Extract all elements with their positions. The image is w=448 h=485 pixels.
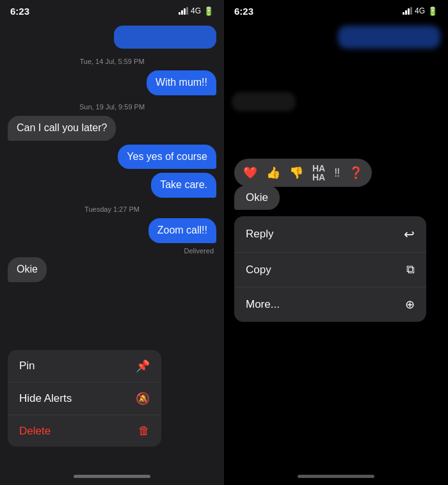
left-status-icons: 4G 🔋 [179, 6, 214, 16]
menu-item-reply[interactable]: Reply ↩ [234, 216, 426, 253]
left-home-indicator-bar [74, 475, 150, 478]
bubble-can-i-call[interactable]: Can I call you later? [8, 116, 116, 141]
network-label: 4G [191, 6, 201, 15]
more-icon: ⊕ [405, 298, 415, 312]
copy-icon: ⧉ [406, 263, 415, 276]
hide-alerts-icon: 🔕 [136, 392, 150, 406]
left-status-bar: 6:23 4G 🔋 [0, 0, 224, 20]
message-row-with-mum: With mum!! [8, 70, 216, 95]
blur-bubble-gray [232, 92, 296, 111]
message-row-okie: Okie [8, 257, 216, 282]
context-menu-left: Pin 📌 Hide Alerts 🔕 Delete 🗑 [8, 350, 161, 447]
bubble-take-care[interactable]: Take care. [151, 173, 216, 198]
bubble-okie[interactable]: Okie [8, 257, 47, 282]
right-signal-bars-icon [403, 7, 412, 15]
blur-bubble-blue [338, 26, 440, 49]
bubble-with-mum[interactable]: With mum!! [147, 70, 216, 95]
right-time: 6:23 [234, 6, 253, 17]
pin-icon: 📌 [136, 359, 150, 373]
timestamp-3: Tuesday 1:27 PM [8, 205, 216, 213]
reaction-bar[interactable]: ❤️ 👍 👎 HAHA ‼️ ❓ [234, 159, 372, 187]
pin-label: Pin [19, 360, 35, 372]
more-label: More... [246, 298, 280, 311]
reaction-thumbsup-icon[interactable]: 👍 [266, 166, 280, 180]
left-home-indicator [0, 467, 224, 485]
context-menu-right: Reply ↩ Copy ⧉ More... ⊕ [234, 216, 426, 322]
bubble-yes-yes[interactable]: Yes yes of course [118, 145, 216, 170]
reaction-exclaim-icon[interactable]: ‼️ [334, 166, 340, 180]
menu-item-more[interactable]: More... ⊕ [234, 287, 426, 322]
hide-alerts-label: Hide Alerts [19, 392, 72, 405]
timestamp-1: Tue, 14 Jul, 5:59 PM [8, 58, 216, 65]
right-status-icons: 4G 🔋 [403, 6, 438, 16]
menu-item-delete[interactable]: Delete 🗑 [8, 415, 161, 447]
reply-icon: ↩ [404, 227, 415, 242]
reaction-question-icon[interactable]: ❓ [349, 166, 363, 180]
menu-item-pin[interactable]: Pin 📌 [8, 350, 161, 383]
message-row-yes-yes: Yes yes of course [8, 145, 216, 170]
signal-bars-icon [179, 7, 188, 15]
reaction-heart-icon[interactable]: ❤️ [243, 166, 257, 180]
reply-label: Reply [246, 228, 273, 241]
message-row-can-i-call: Can I call you later? [8, 116, 216, 141]
delete-label: Delete [19, 425, 51, 438]
top-blurred-bubble [114, 26, 216, 49]
delete-icon: 🗑 [138, 424, 150, 438]
timestamp-2: Sun, 19 Jul, 9:59 PM [8, 103, 216, 111]
right-home-indicator-bar [298, 475, 374, 478]
right-battery-icon: 🔋 [428, 6, 438, 16]
reaction-haha-icon[interactable]: HAHA [312, 164, 325, 182]
message-row-take-care: Take care. [8, 173, 216, 198]
bubble-zoom-call[interactable]: Zoom call!! [148, 218, 216, 243]
right-network-label: 4G [415, 6, 425, 15]
reaction-thumbsdown-icon[interactable]: 👎 [289, 166, 303, 180]
menu-item-hide-alerts[interactable]: Hide Alerts 🔕 [8, 383, 161, 415]
left-panel: 6:23 4G 🔋 Tue, 14 Jul, 5:59 PM With mum!… [0, 0, 224, 485]
copy-label: Copy [246, 264, 271, 276]
right-okie-bubble[interactable]: Okie [234, 186, 280, 210]
right-status-bar: 6:23 4G 🔋 [224, 0, 448, 20]
left-time: 6:23 [10, 6, 29, 17]
battery-icon: 🔋 [204, 6, 214, 16]
menu-item-copy[interactable]: Copy ⧉ [234, 253, 426, 287]
message-row-zoom-call: Zoom call!! [8, 218, 216, 243]
right-panel: 6:23 4G 🔋 Okie ❤️ 👍 👎 HAHA ‼️ ❓ Reply [224, 0, 448, 485]
right-home-indicator [224, 467, 448, 485]
delivered-label: Delivered [8, 247, 216, 255]
